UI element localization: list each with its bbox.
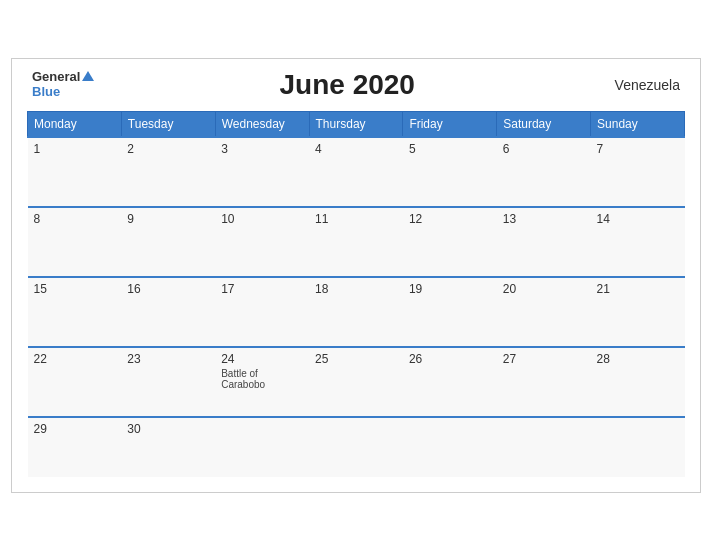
- calendar-week-row: 891011121314: [28, 207, 685, 277]
- weekday-header: Saturday: [497, 111, 591, 137]
- calendar-cell: 9: [121, 207, 215, 277]
- calendar-cell: 14: [591, 207, 685, 277]
- calendar-cell: 3: [215, 137, 309, 207]
- calendar-week-row: 222324Battle of Carabobo25262728: [28, 347, 685, 417]
- calendar-container: General Blue June 2020 Venezuela MondayT…: [11, 58, 701, 493]
- calendar-cell: 7: [591, 137, 685, 207]
- calendar-title: June 2020: [94, 69, 600, 101]
- calendar-cell: 4: [309, 137, 403, 207]
- day-number: 17: [221, 282, 303, 296]
- calendar-grid: MondayTuesdayWednesdayThursdayFridaySatu…: [27, 111, 685, 477]
- day-number: 29: [34, 422, 116, 436]
- calendar-cell: 10: [215, 207, 309, 277]
- calendar-header: General Blue June 2020 Venezuela: [27, 69, 685, 101]
- calendar-week-row: 1234567: [28, 137, 685, 207]
- weekday-header: Wednesday: [215, 111, 309, 137]
- event-text: Battle of Carabobo: [221, 368, 303, 390]
- calendar-cell: [309, 417, 403, 477]
- calendar-cell: 1: [28, 137, 122, 207]
- calendar-cell: 27: [497, 347, 591, 417]
- day-number: 9: [127, 212, 209, 226]
- logo-general-text: General: [32, 70, 80, 84]
- calendar-cell: 19: [403, 277, 497, 347]
- calendar-cell: 12: [403, 207, 497, 277]
- day-number: 19: [409, 282, 491, 296]
- calendar-cell: [403, 417, 497, 477]
- calendar-cell: 15: [28, 277, 122, 347]
- day-number: 6: [503, 142, 585, 156]
- calendar-cell: 16: [121, 277, 215, 347]
- day-number: 12: [409, 212, 491, 226]
- weekday-header: Friday: [403, 111, 497, 137]
- logo: General Blue: [32, 70, 94, 99]
- day-number: 7: [597, 142, 679, 156]
- day-number: 30: [127, 422, 209, 436]
- day-number: 28: [597, 352, 679, 366]
- calendar-cell: [497, 417, 591, 477]
- day-number: 13: [503, 212, 585, 226]
- weekday-header: Tuesday: [121, 111, 215, 137]
- calendar-cell: 20: [497, 277, 591, 347]
- day-number: 4: [315, 142, 397, 156]
- calendar-cell: 21: [591, 277, 685, 347]
- day-number: 15: [34, 282, 116, 296]
- calendar-cell: 11: [309, 207, 403, 277]
- calendar-cell: [215, 417, 309, 477]
- day-number: 21: [597, 282, 679, 296]
- weekday-header: Monday: [28, 111, 122, 137]
- calendar-cell: 26: [403, 347, 497, 417]
- day-number: 24: [221, 352, 303, 366]
- day-number: 18: [315, 282, 397, 296]
- day-number: 20: [503, 282, 585, 296]
- weekday-header: Sunday: [591, 111, 685, 137]
- day-number: 23: [127, 352, 209, 366]
- day-number: 5: [409, 142, 491, 156]
- day-number: 3: [221, 142, 303, 156]
- calendar-week-row: 2930: [28, 417, 685, 477]
- calendar-cell: 2: [121, 137, 215, 207]
- calendar-cell: 5: [403, 137, 497, 207]
- calendar-cell: [591, 417, 685, 477]
- calendar-cell: 17: [215, 277, 309, 347]
- logo-blue-text: Blue: [32, 85, 60, 99]
- calendar-cell: 18: [309, 277, 403, 347]
- day-number: 26: [409, 352, 491, 366]
- day-number: 8: [34, 212, 116, 226]
- logo-triangle-icon: [82, 71, 94, 81]
- calendar-week-row: 15161718192021: [28, 277, 685, 347]
- calendar-cell: 23: [121, 347, 215, 417]
- day-number: 16: [127, 282, 209, 296]
- calendar-cell: 6: [497, 137, 591, 207]
- weekday-header-row: MondayTuesdayWednesdayThursdayFridaySatu…: [28, 111, 685, 137]
- calendar-cell: 28: [591, 347, 685, 417]
- day-number: 2: [127, 142, 209, 156]
- calendar-cell: 25: [309, 347, 403, 417]
- weekday-header: Thursday: [309, 111, 403, 137]
- calendar-cell: 30: [121, 417, 215, 477]
- calendar-cell: 29: [28, 417, 122, 477]
- day-number: 14: [597, 212, 679, 226]
- day-number: 27: [503, 352, 585, 366]
- calendar-cell: 13: [497, 207, 591, 277]
- calendar-cell: 22: [28, 347, 122, 417]
- country-name: Venezuela: [600, 77, 680, 93]
- day-number: 22: [34, 352, 116, 366]
- day-number: 1: [34, 142, 116, 156]
- calendar-cell: 24Battle of Carabobo: [215, 347, 309, 417]
- day-number: 11: [315, 212, 397, 226]
- day-number: 10: [221, 212, 303, 226]
- day-number: 25: [315, 352, 397, 366]
- calendar-cell: 8: [28, 207, 122, 277]
